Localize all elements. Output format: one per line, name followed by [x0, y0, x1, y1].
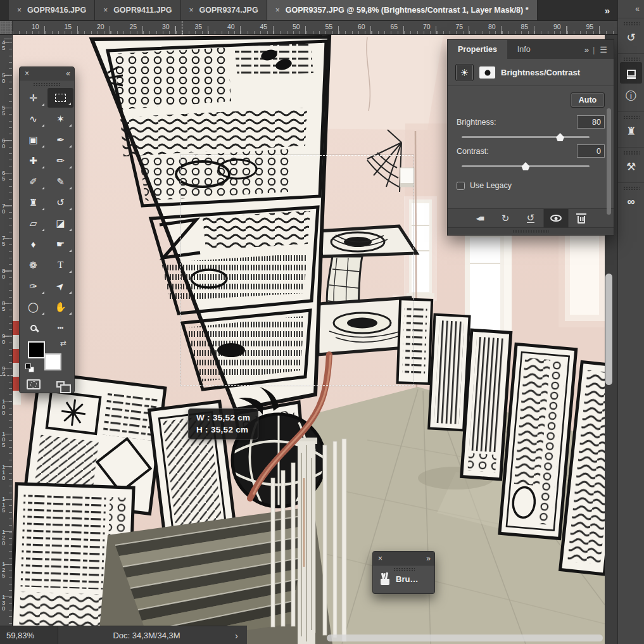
zoom-level-field[interactable]: 59,83%	[0, 626, 58, 644]
tab-close-icon[interactable]: ×	[189, 6, 194, 15]
view-previous-state-icon[interactable]: ↻	[493, 209, 518, 227]
clip-to-layer-icon[interactable]: ◂■	[467, 209, 493, 227]
drag-grip[interactable]	[623, 186, 640, 190]
glyph: •••	[58, 325, 63, 331]
move-tool[interactable]: ✛	[20, 87, 47, 108]
tool-palette-header[interactable]: × «	[20, 67, 74, 80]
delete-icon[interactable]	[569, 209, 594, 227]
dock-collapse-icon[interactable]: «	[635, 4, 638, 13]
glyph: ▣	[28, 134, 37, 146]
contrast-value-field[interactable]: 0	[577, 144, 605, 158]
collapse-icon[interactable]: «	[66, 69, 69, 78]
ruler-number: 50	[293, 23, 300, 30]
glyph: ✏	[56, 155, 65, 167]
blur-tool[interactable]: ♦	[20, 234, 47, 255]
sponge-tool[interactable]: ❁	[20, 255, 47, 275]
paint-bucket-tool[interactable]: ◪	[47, 213, 74, 234]
tab-close-icon[interactable]: ×	[17, 6, 22, 15]
magic-wand-tool[interactable]: ✶	[47, 108, 74, 129]
pencil-tool[interactable]: ✏	[47, 150, 74, 171]
flyout-indicator	[42, 124, 44, 127]
foreground-color-swatch[interactable]	[28, 341, 45, 358]
art-history-brush-tool[interactable]: ✐	[20, 171, 47, 192]
tab-overflow-icon[interactable]: »	[596, 5, 617, 16]
drag-grip[interactable]	[623, 57, 640, 61]
panel-overflow-icon[interactable]: »	[584, 45, 588, 54]
horizontal-scrollbar[interactable]	[327, 635, 603, 641]
vertical-ruler[interactable]: 4 55 05 56 06 57 07 58 08 59 09 51 0 01 …	[0, 35, 13, 626]
info-panel-icon[interactable]: ⓘ	[620, 85, 642, 106]
toggle-visibility-icon[interactable]	[543, 209, 569, 227]
brightness-value-field[interactable]: 80	[577, 115, 605, 129]
brushes-panel-header[interactable]: × »	[373, 552, 434, 565]
close-icon[interactable]: ×	[378, 554, 382, 563]
drag-grip[interactable]	[623, 151, 640, 155]
brushes-label[interactable]: Bru…	[396, 574, 418, 584]
smudge-tool[interactable]: ☛	[47, 234, 74, 255]
more-tool[interactable]: •••	[47, 317, 74, 338]
status-options-chevron[interactable]: ›	[235, 630, 247, 641]
close-icon[interactable]: ×	[25, 69, 29, 78]
drag-grip[interactable]	[623, 115, 640, 119]
flyout-indicator	[69, 270, 72, 273]
spot-healing-tool[interactable]: ✚	[20, 150, 47, 171]
path-select-tool[interactable]: ➤	[47, 275, 74, 296]
hand-tool[interactable]: ✋	[47, 296, 74, 317]
properties-panel-icon[interactable]	[620, 62, 642, 84]
auto-button[interactable]: Auto	[571, 92, 605, 108]
use-legacy-checkbox[interactable]	[457, 182, 465, 190]
eyedropper-tool[interactable]: ✒	[47, 129, 74, 150]
lasso-tool[interactable]: ∿	[20, 108, 47, 129]
flyout-indicator	[69, 166, 72, 168]
document-size-readout[interactable]: Doc: 34,3M/34,3M	[58, 631, 235, 640]
expand-icon[interactable]: »	[426, 554, 429, 563]
tab-properties[interactable]: Properties	[448, 40, 507, 59]
contrast-slider[interactable]	[462, 165, 590, 167]
default-colors-icon[interactable]	[25, 363, 31, 369]
drag-grip[interactable]	[623, 22, 640, 25]
crop-tool[interactable]: ▣	[20, 129, 47, 150]
screen-mode-button[interactable]	[47, 375, 74, 394]
brushes-icon[interactable]	[381, 579, 389, 585]
eraser-tool[interactable]: ▱	[20, 213, 47, 234]
panel-menu-icon[interactable]: ☰	[600, 45, 607, 54]
rect-marquee-tool[interactable]	[47, 88, 73, 108]
brightness-slider[interactable]	[462, 136, 590, 138]
ruler-number: 55	[325, 23, 333, 30]
panel-scrollbar[interactable]	[607, 108, 611, 215]
document-tab[interactable]: ×GOPR9374.JPG	[181, 0, 267, 20]
ruler-origin-corner[interactable]	[0, 21, 13, 35]
brightness-adjustment-icon[interactable]: ☀	[455, 64, 474, 81]
creative-cloud-panel-icon[interactable]: ∞	[620, 191, 642, 213]
ellipse-tool[interactable]: ◯	[20, 296, 47, 317]
glyph: ▱	[30, 218, 37, 229]
tools-panel-icon[interactable]: ⚒	[620, 156, 642, 177]
mixer-brush-tool[interactable]: ✎	[47, 171, 74, 192]
selection-marquee[interactable]	[180, 155, 414, 386]
quick-mask-button[interactable]	[20, 375, 47, 394]
history-brush-tool[interactable]: ↺	[47, 192, 74, 213]
document-tab[interactable]: ×GOPR9411.JPG	[95, 0, 180, 20]
document-tab[interactable]: ×GOPR9357.JPG @ 59,8% (Brightness/Contra…	[267, 0, 538, 20]
clone-source-panel-icon[interactable]: ♜	[620, 120, 642, 142]
vertical-scrollbar[interactable]	[605, 274, 612, 385]
ruler-number: 5 0	[2, 72, 9, 84]
ruler-number: 70	[423, 23, 431, 30]
zoom-tool[interactable]	[20, 317, 47, 338]
background-color-swatch[interactable]	[44, 353, 61, 370]
tab-close-icon[interactable]: ×	[103, 6, 108, 15]
ruler-number: 6 5	[2, 170, 9, 181]
clone-stamp-tool[interactable]: ♜	[20, 192, 47, 213]
type-tool[interactable]: T	[47, 255, 74, 275]
tab-info[interactable]: Info	[507, 40, 541, 59]
tab-close-icon[interactable]: ×	[275, 6, 280, 15]
swap-colors-icon[interactable]: ⇄	[60, 339, 66, 348]
pen-tool[interactable]: ✑	[20, 275, 47, 296]
drag-grip[interactable]	[33, 82, 61, 86]
history-panel-icon[interactable]: ↺	[620, 27, 642, 48]
layer-mask-icon[interactable]	[479, 66, 495, 79]
panel-resize-strip[interactable]	[448, 227, 614, 235]
document-tab[interactable]: ×GOPR9416.JPG	[9, 0, 95, 20]
reset-icon[interactable]: ↺	[518, 209, 543, 227]
horizontal-ruler[interactable]: 101520253035404550556065707580859095	[0, 21, 617, 35]
